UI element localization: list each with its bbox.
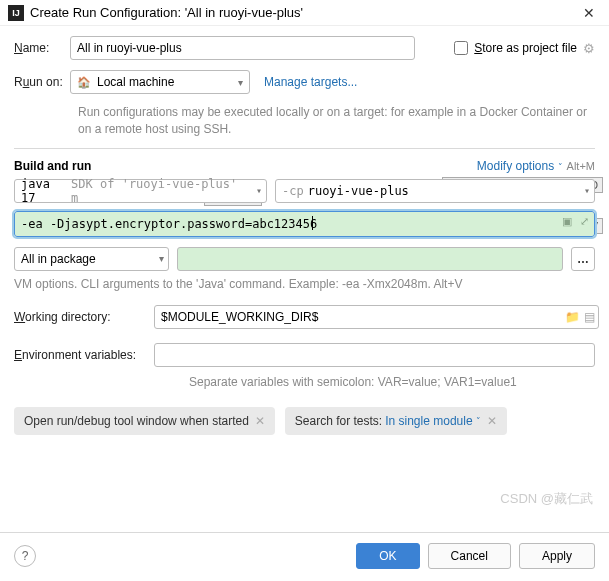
package-input[interactable] <box>177 247 563 271</box>
chip-value[interactable]: In single module <box>385 414 472 428</box>
watermark: CSDN @藏仁武 <box>500 490 593 508</box>
cp-prefix: -cp <box>282 184 304 198</box>
cancel-button[interactable]: Cancel <box>428 543 511 569</box>
chip-label: Open run/debug tool window when started <box>24 414 249 428</box>
env-hint: Separate variables with semicolon: VAR=v… <box>189 375 595 389</box>
chevron-down-icon[interactable]: ˅ <box>476 416 481 426</box>
chip-remove-icon[interactable]: ✕ <box>487 414 497 428</box>
section-title: Build and run <box>14 159 91 173</box>
modify-options-link[interactable]: Modify options ˅ <box>477 159 563 173</box>
text-caret <box>312 216 313 230</box>
close-icon[interactable]: ✕ <box>577 5 601 21</box>
app-icon: IJ <box>8 5 24 21</box>
dialog-title: Create Run Configuration: 'All in ruoyi-… <box>30 5 577 20</box>
runon-value: Local machine <box>97 75 174 89</box>
store-label: Store as project file <box>474 41 577 55</box>
cp-value: ruoyi-vue-plus <box>308 184 409 198</box>
gear-icon[interactable]: ⚙ <box>583 41 595 56</box>
chip-remove-icon[interactable]: ✕ <box>255 414 265 428</box>
browse-button[interactable]: … <box>571 247 595 271</box>
fullscreen-icon[interactable]: ⤢ <box>577 215 591 229</box>
chip-search-tests[interactable]: Search for tests: In single module ˅ ✕ <box>285 407 507 435</box>
modify-shortcut: Alt+M <box>567 160 595 172</box>
test-scope-select[interactable]: All in package <box>14 247 169 271</box>
runon-label: Ruun on: <box>14 75 70 89</box>
chip-open-tool-window[interactable]: Open run/debug tool window when started … <box>14 407 275 435</box>
jdk-dim: SDK of 'ruoyi-vue-plus' m <box>71 177 250 205</box>
vm-hint-text: VM options. CLI arguments to the 'Java' … <box>14 277 595 291</box>
folder-icon[interactable]: 📁 <box>565 310 580 324</box>
runon-hint: Run configurations may be executed local… <box>78 104 595 138</box>
ok-button[interactable]: OK <box>356 543 419 569</box>
env-input[interactable] <box>154 343 595 367</box>
manage-targets-link[interactable]: Manage targets... <box>264 75 357 89</box>
apply-button[interactable]: Apply <box>519 543 595 569</box>
runon-select[interactable]: 🏠 Local machine <box>70 70 250 94</box>
expand-icon[interactable]: ▣ <box>560 215 574 229</box>
footer-separator <box>0 532 609 533</box>
store-checkbox[interactable] <box>454 41 468 55</box>
workdir-label: Working directory: <box>14 310 154 324</box>
chip-label: Search for tests: <box>295 414 382 428</box>
env-label: Environment variables: <box>14 348 154 362</box>
jdk-main: java 17 <box>21 177 71 205</box>
jdk-select[interactable]: java 17 SDK of 'ruoyi-vue-plus' m <box>14 179 267 203</box>
home-icon: 🏠 <box>77 76 91 89</box>
workdir-input[interactable] <box>154 305 599 329</box>
help-button[interactable]: ? <box>14 545 36 567</box>
test-scope-value: All in package <box>21 252 96 266</box>
vm-options-input[interactable] <box>14 211 595 237</box>
list-icon[interactable]: ▤ <box>584 310 595 324</box>
classpath-select[interactable]: -cp ruoyi-vue-plus <box>275 179 595 203</box>
separator <box>14 148 595 149</box>
name-input[interactable] <box>70 36 415 60</box>
name-label: Name: <box>14 41 70 55</box>
